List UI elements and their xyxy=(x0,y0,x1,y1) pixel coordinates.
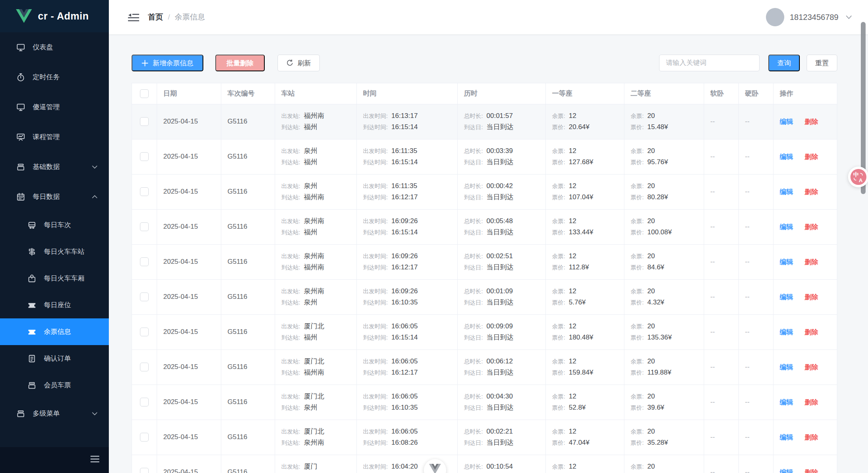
edit-link[interactable]: 编辑 xyxy=(780,293,793,301)
first-class-remaining: 余票: 12 xyxy=(552,461,624,472)
edit-link[interactable]: 编辑 xyxy=(780,258,793,266)
edit-link[interactable]: 编辑 xyxy=(780,469,793,473)
box-icon xyxy=(27,381,37,390)
train-no-cell: G5116 xyxy=(221,455,275,473)
col-first-class: 一等座 xyxy=(545,83,624,104)
time-cell: 出发时间: 16:06:05 到达时间: 16:08:26 xyxy=(356,420,457,455)
first-class-price: 票价: 159.84¥ xyxy=(552,367,624,378)
train-no-cell: G5116 xyxy=(221,349,275,385)
sidebar-item-daily-seat[interactable]: 每日座位 xyxy=(0,292,109,318)
row-checkbox[interactable] xyxy=(140,468,149,473)
table-row: 2025-04-15 G5116 出发站: 厦门北 到达站: 泉州南 出发时间:… xyxy=(132,420,837,455)
user-menu[interactable]: 18123456789 xyxy=(766,8,852,26)
delete-link[interactable]: 删除 xyxy=(805,363,818,371)
sidebar-item-cron[interactable]: 定时任务 xyxy=(0,62,109,92)
delete-link[interactable]: 删除 xyxy=(805,469,818,473)
sidebar-collapse-icon[interactable] xyxy=(128,12,139,22)
ticket-icon xyxy=(27,300,37,310)
depart-station: 出发站: 福州南 xyxy=(281,110,356,122)
translate-badge[interactable]: 中 A xyxy=(848,167,868,187)
soft-sleeper-cell: -- xyxy=(704,104,738,139)
depart-station: 出发站: 厦门北 xyxy=(281,356,356,367)
row-checkbox[interactable] xyxy=(140,117,149,126)
delete-link[interactable]: 删除 xyxy=(805,398,818,406)
total-duration: 总时长: 00:09:09 xyxy=(464,321,545,332)
edit-link[interactable]: 编辑 xyxy=(780,153,793,161)
duration-cell: 总时长: 00:10:54 到达日: 当日到达 xyxy=(457,455,545,473)
time-cell: 出发时间: 16:11:35 到达时间: 16:12:17 xyxy=(356,174,457,209)
edit-link[interactable]: 编辑 xyxy=(780,363,793,371)
sidebar-item-member-ticket[interactable]: 会员车票 xyxy=(0,372,109,398)
col-hard-sleeper: 硬卧 xyxy=(738,83,773,104)
sidebar: cr - Admin 仪表盘定时任务傻逼管理课程管理基础数据每日数据每日车次每日… xyxy=(0,0,109,473)
breadcrumb-home[interactable]: 首页 xyxy=(148,12,163,22)
second-class-price: 票价: 119.88¥ xyxy=(631,367,704,378)
avatar[interactable] xyxy=(766,8,784,26)
sidebar-item-sb-manage[interactable]: 傻逼管理 xyxy=(0,92,109,122)
edit-link[interactable]: 编辑 xyxy=(780,118,793,126)
sidebar-item-daily-station[interactable]: 每日火车车站 xyxy=(0,238,109,265)
row-checkbox[interactable] xyxy=(140,328,149,336)
hamburger-icon[interactable] xyxy=(90,455,100,465)
sidebar-item-course[interactable]: 课程管理 xyxy=(0,122,109,152)
delete-link[interactable]: 删除 xyxy=(805,434,818,441)
row-checkbox[interactable] xyxy=(140,257,149,266)
breadcrumb: 首页 / 余票信息 xyxy=(148,12,205,22)
delete-link[interactable]: 删除 xyxy=(805,293,818,301)
topbar: 首页 / 余票信息 18123456789 xyxy=(109,0,868,34)
app-logo: cr - Admin xyxy=(0,0,109,32)
row-checkbox[interactable] xyxy=(140,292,149,301)
delete-link[interactable]: 删除 xyxy=(805,328,818,336)
row-checkbox[interactable] xyxy=(140,152,149,161)
edit-link[interactable]: 编辑 xyxy=(780,434,793,441)
edit-link[interactable]: 编辑 xyxy=(780,398,793,406)
sidebar-item-dashboard[interactable]: 仪表盘 xyxy=(0,32,109,62)
arrive-time: 到达时间: 16:08:26 xyxy=(363,437,457,448)
row-checkbox[interactable] xyxy=(140,187,149,196)
row-checkbox[interactable] xyxy=(140,363,149,371)
sidebar-item-daily-data[interactable]: 每日数据 xyxy=(0,182,109,212)
select-all-checkbox[interactable] xyxy=(140,89,149,98)
search-input[interactable] xyxy=(659,55,760,71)
delete-link[interactable]: 删除 xyxy=(805,223,818,231)
delete-link[interactable]: 删除 xyxy=(805,153,818,161)
edit-link[interactable]: 编辑 xyxy=(780,223,793,231)
second-class-cell: 余票: 20 票价: 15.48¥ xyxy=(624,104,704,139)
edit-link[interactable]: 编辑 xyxy=(780,328,793,336)
depart-station: 出发站: 泉州 xyxy=(281,145,356,157)
refresh-button[interactable]: 刷新 xyxy=(278,55,320,71)
add-ticket-button[interactable]: 新增余票信息 xyxy=(132,55,203,71)
sidebar-item-daily-train[interactable]: 每日车次 xyxy=(0,212,109,238)
batch-delete-button[interactable]: 批量删除 xyxy=(215,55,265,71)
arrive-time: 到达时间: 16:12:17 xyxy=(363,192,457,203)
reset-button[interactable]: 重置 xyxy=(807,55,837,71)
edit-link[interactable]: 编辑 xyxy=(780,188,793,196)
row-checkbox[interactable] xyxy=(140,433,149,442)
total-duration: 总时长: 00:01:57 xyxy=(464,110,545,122)
query-button[interactable]: 查询 xyxy=(768,55,800,71)
row-checkbox[interactable] xyxy=(140,398,149,406)
sidebar-item-daily-carriage[interactable]: 每日火车车厢 xyxy=(0,265,109,292)
delete-link[interactable]: 删除 xyxy=(805,118,818,126)
hard-sleeper-cell: -- xyxy=(738,279,773,314)
first-class-cell: 余票: 12 票价: 5.76¥ xyxy=(545,279,624,314)
chevron-down-icon xyxy=(92,165,98,169)
delete-link[interactable]: 删除 xyxy=(805,188,818,196)
sidebar-item-multi-menu[interactable]: 多级菜单 xyxy=(0,398,109,428)
row-checkbox[interactable] xyxy=(140,222,149,231)
first-class-cell: 余票: 12 票价: 205.44¥ xyxy=(545,455,624,473)
time-cell: 出发时间: 16:06:05 到达时间: 16:12:17 xyxy=(356,349,457,385)
sidebar-item-label: 每日数据 xyxy=(33,192,60,201)
app-title: cr - Admin xyxy=(38,10,89,22)
hard-sleeper-cell: -- xyxy=(738,314,773,349)
depart-time: 出发时间: 16:13:17 xyxy=(363,110,457,122)
arrive-day: 到达日: 当日到达 xyxy=(464,437,545,448)
sidebar-item-ticket-info[interactable]: 余票信息 xyxy=(0,318,109,345)
date-cell: 2025-04-15 xyxy=(157,174,221,209)
arrive-time: 到达时间: 16:12:17 xyxy=(363,262,457,273)
table-row: 2025-04-15 G5116 出发站: 厦门北 到达站: 福州南 出发时间:… xyxy=(132,349,837,385)
soft-sleeper-cell: -- xyxy=(704,420,738,455)
sidebar-item-confirm-order[interactable]: 确认订单 xyxy=(0,345,109,372)
delete-link[interactable]: 删除 xyxy=(805,258,818,266)
sidebar-item-base-data[interactable]: 基础数据 xyxy=(0,152,109,182)
